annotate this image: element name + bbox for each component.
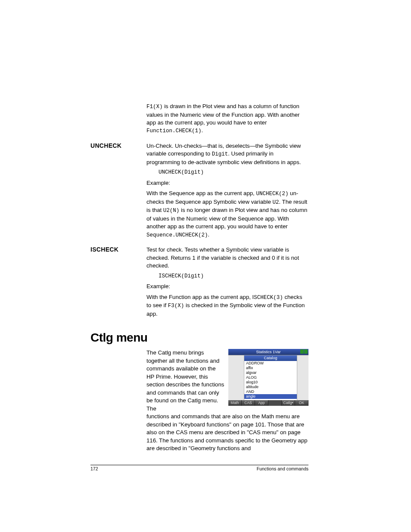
uncheck-desc: Un-Check. Un-checks—that is, deselects—t… <box>146 142 308 166</box>
uncheck-block: UNCHECK Un-Check. Un-checks—that is, des… <box>90 142 308 242</box>
softkey-ok: OK <box>295 400 308 406</box>
screenshot-left-panel <box>228 355 244 400</box>
softkey-cas: CAS <box>242 400 255 406</box>
softkey-app: App <box>255 400 268 406</box>
catalog-header: Catalog <box>244 355 297 361</box>
list-item: ADDROW <box>244 361 297 366</box>
list-item: alog10 <box>244 380 297 385</box>
ischeck-syntax: ISCHECK(Digit) <box>146 273 308 280</box>
ischeck-example: With the Function app as the current app… <box>146 293 308 318</box>
ctlg-continuation: functions and commands that are also on … <box>146 413 308 452</box>
ischeck-block: ISCHECK Test for check. Tests whether a … <box>90 246 308 320</box>
status-indicators <box>300 349 308 354</box>
ctlg-block: The Catlg menu brings together all the f… <box>90 349 308 455</box>
screenshot-titlebar: Statistics 1Var <box>228 349 308 355</box>
softkey-blank <box>268 400 282 406</box>
list-item-selected: angle <box>244 394 297 399</box>
page-footer: 172 Functions and commands <box>90 465 308 471</box>
intro-para: F1(X) is drawn in the Plot view and has … <box>146 103 308 135</box>
uncheck-label: UNCHECK <box>90 142 146 242</box>
list-item: ALOG <box>244 375 297 380</box>
uncheck-syntax: UNCHECK(Digit) <box>146 169 308 177</box>
softkey-row: Math CAS App Catlg• OK <box>228 400 308 406</box>
ischeck-desc: Test for check. Tests whether a Symbolic… <box>146 246 308 270</box>
softkey-catlg: Catlg• <box>282 400 295 406</box>
list-item: algvar <box>244 370 297 375</box>
ischeck-label: ISCHECK <box>90 246 146 320</box>
code: F1(X) <box>146 104 163 110</box>
example-label: Example: <box>146 179 308 187</box>
ctlg-heading: Ctlg menu <box>90 331 308 345</box>
page-number: 172 <box>90 466 98 471</box>
uncheck-example: With the Sequence app as the current app… <box>146 190 308 239</box>
example-label: Example: <box>146 283 308 290</box>
page: F1(X) is drawn in the Plot view and has … <box>0 0 411 471</box>
intro-block: F1(X) is drawn in the Plot view and has … <box>90 103 308 138</box>
code: Function.CHECK(1) <box>146 128 202 134</box>
screenshot-right-panel <box>297 355 308 400</box>
list-item: altitude <box>244 385 297 389</box>
catalog-screenshot: Statistics 1Var Catalog ADDROW affix alg… <box>228 349 308 413</box>
softkey-math: Math <box>228 400 242 406</box>
footer-section: Functions and commands <box>257 466 308 471</box>
list-item: affix <box>244 366 297 370</box>
list-item: AND <box>244 389 297 394</box>
catalog-list: Catalog ADDROW affix algvar ALOG alog10 … <box>244 355 297 400</box>
ctlg-intro: The Catlg menu brings together all the f… <box>146 349 225 413</box>
